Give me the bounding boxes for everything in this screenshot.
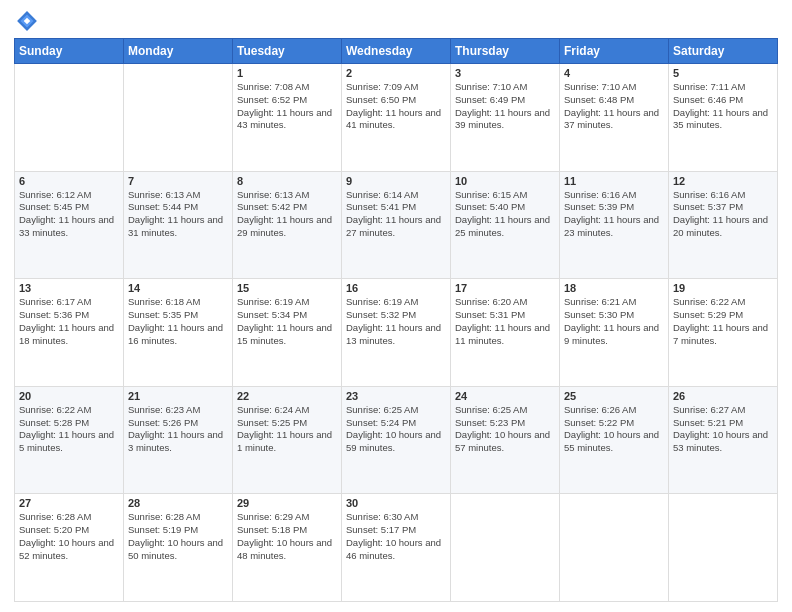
day-number: 29 — [237, 497, 337, 509]
day-info: Sunrise: 6:14 AM Sunset: 5:41 PM Dayligh… — [346, 189, 446, 240]
calendar-cell: 8Sunrise: 6:13 AM Sunset: 5:42 PM Daylig… — [233, 171, 342, 279]
calendar-cell: 29Sunrise: 6:29 AM Sunset: 5:18 PM Dayli… — [233, 494, 342, 602]
calendar-cell: 14Sunrise: 6:18 AM Sunset: 5:35 PM Dayli… — [124, 279, 233, 387]
day-info: Sunrise: 7:11 AM Sunset: 6:46 PM Dayligh… — [673, 81, 773, 132]
day-number: 13 — [19, 282, 119, 294]
calendar-cell: 1Sunrise: 7:08 AM Sunset: 6:52 PM Daylig… — [233, 64, 342, 172]
day-info: Sunrise: 6:28 AM Sunset: 5:19 PM Dayligh… — [128, 511, 228, 562]
weekday-header-saturday: Saturday — [669, 39, 778, 64]
day-info: Sunrise: 6:19 AM Sunset: 5:32 PM Dayligh… — [346, 296, 446, 347]
calendar-cell: 7Sunrise: 6:13 AM Sunset: 5:44 PM Daylig… — [124, 171, 233, 279]
day-info: Sunrise: 7:10 AM Sunset: 6:49 PM Dayligh… — [455, 81, 555, 132]
day-number: 6 — [19, 175, 119, 187]
day-info: Sunrise: 6:22 AM Sunset: 5:28 PM Dayligh… — [19, 404, 119, 455]
calendar-cell: 17Sunrise: 6:20 AM Sunset: 5:31 PM Dayli… — [451, 279, 560, 387]
calendar-cell — [451, 494, 560, 602]
calendar-table: SundayMondayTuesdayWednesdayThursdayFrid… — [14, 38, 778, 602]
calendar-cell: 27Sunrise: 6:28 AM Sunset: 5:20 PM Dayli… — [15, 494, 124, 602]
day-info: Sunrise: 6:25 AM Sunset: 5:24 PM Dayligh… — [346, 404, 446, 455]
calendar-week-row: 1Sunrise: 7:08 AM Sunset: 6:52 PM Daylig… — [15, 64, 778, 172]
day-info: Sunrise: 6:25 AM Sunset: 5:23 PM Dayligh… — [455, 404, 555, 455]
day-number: 12 — [673, 175, 773, 187]
day-info: Sunrise: 6:23 AM Sunset: 5:26 PM Dayligh… — [128, 404, 228, 455]
day-number: 30 — [346, 497, 446, 509]
weekday-header-monday: Monday — [124, 39, 233, 64]
calendar-cell: 30Sunrise: 6:30 AM Sunset: 5:17 PM Dayli… — [342, 494, 451, 602]
day-number: 4 — [564, 67, 664, 79]
day-number: 11 — [564, 175, 664, 187]
calendar-cell: 13Sunrise: 6:17 AM Sunset: 5:36 PM Dayli… — [15, 279, 124, 387]
day-info: Sunrise: 6:29 AM Sunset: 5:18 PM Dayligh… — [237, 511, 337, 562]
calendar-cell: 18Sunrise: 6:21 AM Sunset: 5:30 PM Dayli… — [560, 279, 669, 387]
day-number: 9 — [346, 175, 446, 187]
day-info: Sunrise: 6:18 AM Sunset: 5:35 PM Dayligh… — [128, 296, 228, 347]
day-number: 8 — [237, 175, 337, 187]
calendar-week-row: 20Sunrise: 6:22 AM Sunset: 5:28 PM Dayli… — [15, 386, 778, 494]
calendar-cell: 15Sunrise: 6:19 AM Sunset: 5:34 PM Dayli… — [233, 279, 342, 387]
day-info: Sunrise: 6:22 AM Sunset: 5:29 PM Dayligh… — [673, 296, 773, 347]
day-info: Sunrise: 6:30 AM Sunset: 5:17 PM Dayligh… — [346, 511, 446, 562]
calendar-cell: 19Sunrise: 6:22 AM Sunset: 5:29 PM Dayli… — [669, 279, 778, 387]
calendar-cell: 20Sunrise: 6:22 AM Sunset: 5:28 PM Dayli… — [15, 386, 124, 494]
calendar-cell: 23Sunrise: 6:25 AM Sunset: 5:24 PM Dayli… — [342, 386, 451, 494]
calendar-cell: 24Sunrise: 6:25 AM Sunset: 5:23 PM Dayli… — [451, 386, 560, 494]
weekday-header-sunday: Sunday — [15, 39, 124, 64]
day-number: 10 — [455, 175, 555, 187]
day-info: Sunrise: 6:16 AM Sunset: 5:39 PM Dayligh… — [564, 189, 664, 240]
day-number: 17 — [455, 282, 555, 294]
day-number: 7 — [128, 175, 228, 187]
calendar-cell: 11Sunrise: 6:16 AM Sunset: 5:39 PM Dayli… — [560, 171, 669, 279]
weekday-header-wednesday: Wednesday — [342, 39, 451, 64]
day-number: 24 — [455, 390, 555, 402]
calendar-week-row: 13Sunrise: 6:17 AM Sunset: 5:36 PM Dayli… — [15, 279, 778, 387]
header — [14, 10, 778, 32]
day-info: Sunrise: 6:26 AM Sunset: 5:22 PM Dayligh… — [564, 404, 664, 455]
day-number: 28 — [128, 497, 228, 509]
day-number: 27 — [19, 497, 119, 509]
day-info: Sunrise: 6:28 AM Sunset: 5:20 PM Dayligh… — [19, 511, 119, 562]
weekday-header-row: SundayMondayTuesdayWednesdayThursdayFrid… — [15, 39, 778, 64]
calendar-cell: 16Sunrise: 6:19 AM Sunset: 5:32 PM Dayli… — [342, 279, 451, 387]
weekday-header-tuesday: Tuesday — [233, 39, 342, 64]
day-number: 25 — [564, 390, 664, 402]
day-info: Sunrise: 6:19 AM Sunset: 5:34 PM Dayligh… — [237, 296, 337, 347]
day-number: 23 — [346, 390, 446, 402]
calendar-cell: 21Sunrise: 6:23 AM Sunset: 5:26 PM Dayli… — [124, 386, 233, 494]
calendar-cell: 22Sunrise: 6:24 AM Sunset: 5:25 PM Dayli… — [233, 386, 342, 494]
calendar-cell: 26Sunrise: 6:27 AM Sunset: 5:21 PM Dayli… — [669, 386, 778, 494]
calendar-cell: 4Sunrise: 7:10 AM Sunset: 6:48 PM Daylig… — [560, 64, 669, 172]
day-number: 1 — [237, 67, 337, 79]
day-number: 26 — [673, 390, 773, 402]
day-info: Sunrise: 7:10 AM Sunset: 6:48 PM Dayligh… — [564, 81, 664, 132]
calendar-cell — [560, 494, 669, 602]
day-info: Sunrise: 6:13 AM Sunset: 5:42 PM Dayligh… — [237, 189, 337, 240]
day-info: Sunrise: 7:09 AM Sunset: 6:50 PM Dayligh… — [346, 81, 446, 132]
page: SundayMondayTuesdayWednesdayThursdayFrid… — [0, 0, 792, 612]
day-info: Sunrise: 6:17 AM Sunset: 5:36 PM Dayligh… — [19, 296, 119, 347]
day-info: Sunrise: 6:16 AM Sunset: 5:37 PM Dayligh… — [673, 189, 773, 240]
day-info: Sunrise: 6:27 AM Sunset: 5:21 PM Dayligh… — [673, 404, 773, 455]
calendar-cell — [15, 64, 124, 172]
day-info: Sunrise: 6:21 AM Sunset: 5:30 PM Dayligh… — [564, 296, 664, 347]
logo — [14, 10, 40, 32]
day-number: 15 — [237, 282, 337, 294]
calendar-week-row: 6Sunrise: 6:12 AM Sunset: 5:45 PM Daylig… — [15, 171, 778, 279]
day-number: 18 — [564, 282, 664, 294]
day-info: Sunrise: 6:12 AM Sunset: 5:45 PM Dayligh… — [19, 189, 119, 240]
weekday-header-thursday: Thursday — [451, 39, 560, 64]
day-number: 2 — [346, 67, 446, 79]
calendar-cell — [669, 494, 778, 602]
calendar-cell: 12Sunrise: 6:16 AM Sunset: 5:37 PM Dayli… — [669, 171, 778, 279]
calendar-cell: 9Sunrise: 6:14 AM Sunset: 5:41 PM Daylig… — [342, 171, 451, 279]
weekday-header-friday: Friday — [560, 39, 669, 64]
calendar-cell: 10Sunrise: 6:15 AM Sunset: 5:40 PM Dayli… — [451, 171, 560, 279]
calendar-cell: 6Sunrise: 6:12 AM Sunset: 5:45 PM Daylig… — [15, 171, 124, 279]
day-number: 16 — [346, 282, 446, 294]
day-number: 22 — [237, 390, 337, 402]
day-info: Sunrise: 6:13 AM Sunset: 5:44 PM Dayligh… — [128, 189, 228, 240]
calendar-cell: 28Sunrise: 6:28 AM Sunset: 5:19 PM Dayli… — [124, 494, 233, 602]
calendar-cell: 25Sunrise: 6:26 AM Sunset: 5:22 PM Dayli… — [560, 386, 669, 494]
calendar-cell: 5Sunrise: 7:11 AM Sunset: 6:46 PM Daylig… — [669, 64, 778, 172]
day-info: Sunrise: 6:24 AM Sunset: 5:25 PM Dayligh… — [237, 404, 337, 455]
calendar-cell: 2Sunrise: 7:09 AM Sunset: 6:50 PM Daylig… — [342, 64, 451, 172]
